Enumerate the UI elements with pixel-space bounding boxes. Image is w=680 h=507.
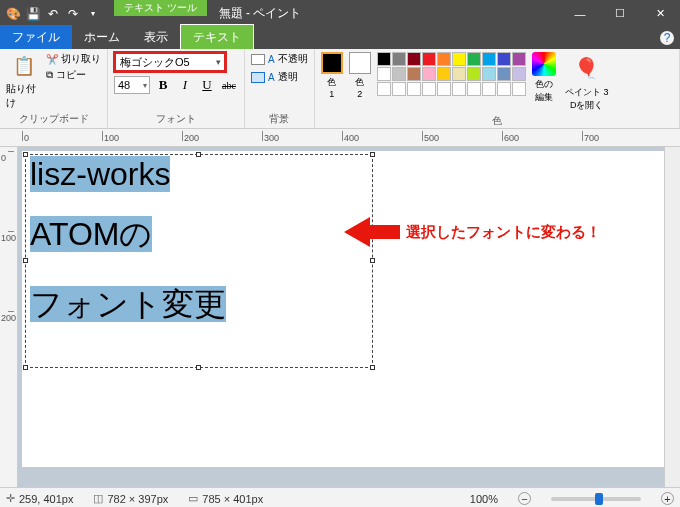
contextual-tool-label: テキスト ツール [114,0,207,16]
palette-swatch[interactable] [437,52,451,66]
cursor-icon: ✛ [6,492,15,505]
palette-swatch[interactable] [467,82,481,96]
font-size-dropdown[interactable]: 48 [114,76,150,94]
zoom-slider[interactable] [551,497,641,501]
canvas-size: ▭785 × 401px [188,492,263,505]
quick-access-toolbar: 🎨 💾 ↶ ↷ ▾ [0,5,106,23]
text-line1[interactable]: lisz-works [30,156,170,192]
palette-swatch[interactable] [392,52,406,66]
palette-swatch[interactable] [422,67,436,81]
status-bar: ✛259, 401px ◫782 × 397px ▭785 × 401px 10… [0,487,680,507]
tab-file[interactable]: ファイル [0,25,72,49]
italic-button[interactable]: I [176,76,194,94]
group-clipboard: 📋 貼り付け ✂️切り取り ⧉コピー クリップボード [0,49,108,128]
palette-swatch[interactable] [437,67,451,81]
copy-icon: ⧉ [46,69,53,81]
minimize-button[interactable]: — [560,0,600,27]
tab-text[interactable]: テキスト [180,24,254,49]
group-colors: 色 1 色 2 色の 編集 🎈 ペイント 3 Dを開く 色 [315,49,680,128]
maximize-button[interactable]: ☐ [600,0,640,27]
zoom-out-button[interactable]: − [518,492,531,505]
text-line3[interactable]: フォント変更 [30,286,226,322]
opaque-option[interactable]: A不透明 [251,52,308,66]
strikethrough-button[interactable]: abc [220,76,238,94]
help-icon[interactable]: ? [660,31,674,45]
palette-swatch[interactable] [467,67,481,81]
palette-swatch[interactable] [467,52,481,66]
annotation-text: 選択したフォントに変わる！ [406,223,601,242]
palette-swatch[interactable] [407,52,421,66]
canvas[interactable]: lisz-works ATOMの フォント変更 選択したフォントに変わる！ [22,151,664,467]
paste-button[interactable]: 📋 貼り付け [6,52,42,110]
palette-swatch[interactable] [407,67,421,81]
edit-colors-button[interactable]: 色の 編集 [532,52,556,104]
color2-button[interactable]: 色 2 [349,52,371,99]
palette-swatch[interactable] [482,82,496,96]
palette-swatch[interactable] [392,67,406,81]
paint3d-icon: 🎈 [565,52,609,84]
selection-icon: ◫ [93,492,103,505]
palette-swatch[interactable] [512,82,526,96]
tab-home[interactable]: ホーム [72,25,132,49]
group-font: 梅ゴシックO5 48 B I U abc フォント [108,49,245,128]
color-palette[interactable] [377,52,526,96]
close-button[interactable]: ✕ [640,0,680,27]
arrow-body [370,225,400,239]
palette-swatch[interactable] [392,82,406,96]
palette-swatch[interactable] [482,52,496,66]
zoom-thumb[interactable] [595,493,603,505]
selection-size: ◫782 × 397px [93,492,168,505]
palette-swatch[interactable] [407,82,421,96]
palette-swatch[interactable] [452,67,466,81]
save-icon[interactable]: 💾 [24,5,42,23]
transparent-option[interactable]: A透明 [251,70,308,84]
bold-button[interactable]: B [154,76,172,94]
tab-view[interactable]: 表示 [132,25,180,49]
group-font-label: フォント [114,110,238,128]
group-background-label: 背景 [251,110,308,128]
palette-swatch[interactable] [422,82,436,96]
group-clipboard-label: クリップボード [6,110,101,128]
palette-swatch[interactable] [497,52,511,66]
palette-swatch[interactable] [377,52,391,66]
palette-swatch[interactable] [512,52,526,66]
zoom-value: 100% [470,493,498,505]
annotation-arrow: 選択したフォントに変わる！ [344,217,601,247]
palette-swatch[interactable] [482,67,496,81]
arrow-head-icon [344,217,370,247]
transparent-icon [251,72,265,83]
ribbon-tabs: ファイル ホーム 表示 テキスト ? [0,27,680,49]
zoom-in-button[interactable]: + [661,492,674,505]
canvas-size-icon: ▭ [188,492,198,505]
text-selection-box[interactable]: lisz-works ATOMの フォント変更 [25,154,373,368]
palette-swatch[interactable] [512,67,526,81]
work-area: 0100200 lisz-works ATOMの フォント変更 選択したフォント… [0,147,680,487]
palette-swatch[interactable] [452,82,466,96]
palette-swatch[interactable] [437,82,451,96]
palette-swatch[interactable] [452,52,466,66]
ruler-horizontal: 0100200300400500600700 [0,129,680,147]
group-background: A不透明 A透明 背景 [245,49,315,128]
palette-swatch[interactable] [377,67,391,81]
font-name-dropdown[interactable]: 梅ゴシックO5 [114,52,226,72]
app-icon: 🎨 [4,5,22,23]
palette-swatch[interactable] [377,82,391,96]
group-colors-label: 色 [321,112,673,130]
ribbon: 📋 貼り付け ✂️切り取り ⧉コピー クリップボード 梅ゴシックO5 48 B … [0,49,680,129]
qat-dropdown-icon[interactable]: ▾ [84,5,102,23]
undo-icon[interactable]: ↶ [44,5,62,23]
vertical-scrollbar[interactable] [664,147,680,487]
paint-3d-button[interactable]: 🎈 ペイント 3 Dを開く [562,52,612,112]
color1-button[interactable]: 色 1 [321,52,343,99]
copy-button[interactable]: ⧉コピー [46,68,101,82]
text-line2[interactable]: ATOMの [30,216,152,252]
underline-button[interactable]: U [198,76,216,94]
cut-button[interactable]: ✂️切り取り [46,52,101,66]
paste-label: 貼り付け [6,82,42,110]
redo-icon[interactable]: ↷ [64,5,82,23]
window-title: 無題 - ペイント [219,5,302,22]
palette-swatch[interactable] [497,82,511,96]
palette-swatch[interactable] [422,52,436,66]
palette-swatch[interactable] [497,67,511,81]
opaque-icon [251,54,265,65]
